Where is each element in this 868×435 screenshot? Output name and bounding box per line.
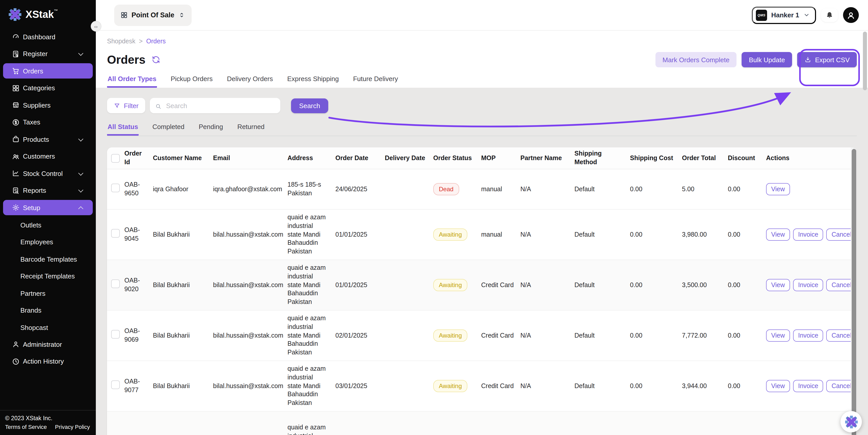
shipping-cost-cell: 0.00 [630,185,682,194]
order-type-tab[interactable]: Future Delivery [352,75,398,88]
row-checkbox[interactable] [111,183,120,192]
order-type-tab[interactable]: All Order Types [107,75,157,88]
sidebar-subitem[interactable]: Barcode Templates [0,251,96,266]
row-checkbox[interactable] [111,380,120,389]
footer-link[interactable]: Privacy Policy [55,424,90,430]
sidebar-item[interactable]: Reports [3,183,93,198]
search-button[interactable]: Search [291,98,328,113]
partner-name-cell: N/A [520,331,575,340]
row-action-button[interactable]: Invoice [793,380,824,392]
shipping-method-cell: Default [575,185,630,194]
sidebar-item[interactable]: Dashboard [3,29,93,45]
sidebar-item[interactable]: Administrator [3,337,93,352]
status-tab[interactable]: Completed [152,123,185,136]
row-checkbox[interactable] [111,229,120,238]
row-action-button[interactable]: Invoice [793,329,824,342]
row-action-button[interactable]: Invoice [793,279,824,291]
order-id-cell: OAB-9020 [124,277,153,294]
column-header: Discount [728,154,766,163]
row-action-button[interactable]: View [766,229,790,241]
sidebar-subitem[interactable]: Employees [0,234,96,250]
table-scrollbar-thumb[interactable] [851,149,856,435]
footer-link[interactable]: Terms of Service [5,424,47,430]
org-switcher[interactable]: QMS Hanker 1 [752,6,816,24]
bulk-update-button[interactable]: Bulk Update [742,52,792,67]
status-tab[interactable]: Pending [198,123,223,136]
sidebar-collapse-toggle[interactable]: ‹› [91,21,101,32]
sidebar-item-label: Reports [23,187,46,194]
sidebar-subitem[interactable]: Partners [0,285,96,301]
row-action-button[interactable]: View [766,380,790,392]
sidebar-subitem[interactable]: Outlets [0,217,96,232]
row-action-button[interactable]: View [766,329,790,342]
status-tabs: All Status Completed Pending Returned [107,123,857,136]
notifications-button[interactable] [821,8,838,22]
status-tab[interactable]: All Status [107,123,138,136]
breadcrumb-item[interactable]: Shopdesk [107,38,135,45]
chevron-icon [78,170,83,175]
row-action-button[interactable]: Invoice [793,229,824,241]
export-csv-button[interactable]: Export CSV [797,52,857,67]
sidebar-subitem[interactable]: Brands [0,302,96,318]
order-type-tab[interactable]: Pickup Orders [170,75,213,88]
actions-cell: ViewInvoiceCancel [766,380,857,392]
sidebar-item[interactable]: Register [3,46,93,61]
refresh-icon[interactable] [152,56,160,64]
mop-cell: Credit Card [481,382,520,390]
sidebar-item-group: Categories [0,80,96,96]
sidebar-item[interactable]: Taxes [3,115,93,130]
status-badge: Dead [433,183,459,195]
footer-links: Terms of ServicePrivacy Policy [5,424,91,430]
sidebar-item[interactable]: Orders [3,63,93,79]
sidebar-item-group: Customers [0,149,96,164]
status-tab[interactable]: Returned [237,123,265,136]
filter-button[interactable]: Filter [107,98,145,113]
row-action-button[interactable]: View [766,183,790,195]
user-avatar[interactable] [843,7,859,23]
funnel-icon [114,102,120,109]
sidebar-item-group: Taxes [0,115,96,130]
breadcrumb-item-current[interactable]: Orders [146,38,166,45]
download-icon [804,56,811,63]
sidebar-item-group: Action History [0,354,96,369]
sidebar-item[interactable]: Action History [3,354,93,369]
sidebar-item[interactable]: Suppliers [3,97,93,113]
search-input[interactable] [165,101,275,110]
row-action-button[interactable]: View [766,279,790,291]
breadcrumb: Shopdesk > Orders [96,31,868,45]
discount-cell: 0.00 [728,230,766,239]
email-cell: bilal.hussain@xstak.com [213,331,287,340]
order-type-tab[interactable]: Delivery Orders [226,75,274,88]
sidebar-item-group: Administrator [0,337,96,352]
order-date-cell: 01/01/2025 [335,230,385,239]
column-header: Actions [766,154,851,163]
column-header: Order Date [335,154,385,163]
order-id-cell: OAB-9045 [124,226,153,243]
page-scrollbar-thumb[interactable] [863,32,867,90]
sidebar-item[interactable]: Categories [3,80,93,96]
order-type-tab[interactable]: Express Shipping [287,75,339,88]
customer-name-cell: iqra Ghafoor [153,185,213,194]
sidebar-item[interactable]: Stock Control [3,166,93,181]
table-toolbar: Filter Search [107,98,857,113]
mark-orders-complete-button[interactable]: Mark Orders Complete [655,52,737,67]
sidebar-item[interactable]: Customers [3,149,93,164]
row-checkbox[interactable] [111,330,120,339]
sidebar-item[interactable]: Products [3,132,93,147]
select-all-checkbox[interactable] [111,154,120,163]
orders-table: Order IdCustomer NameEmailAddressOrder D… [107,147,857,435]
customer-name-cell: Bilal Bukharii [153,331,213,340]
sidebar-subitem[interactable]: Receipt Templates [0,268,96,284]
grid-icon [120,11,128,19]
sidebar-item-label: Orders [23,67,43,75]
app-switcher[interactable]: Point Of Sale [114,4,192,26]
sidebar-item[interactable]: Setup [3,200,93,215]
discount-cell: 0.00 [728,185,766,194]
status-badge: Awaiting [433,329,467,342]
sidebar-subitem[interactable]: Shopcast [0,319,96,335]
customer-name-cell: Bilal Bukharii [153,382,213,390]
row-checkbox[interactable] [111,280,120,288]
actions-cell: ViewInvoiceCancel [766,229,857,241]
email-cell: bilal.hussain@xstak.com [213,230,287,239]
tax-icon [12,118,20,126]
